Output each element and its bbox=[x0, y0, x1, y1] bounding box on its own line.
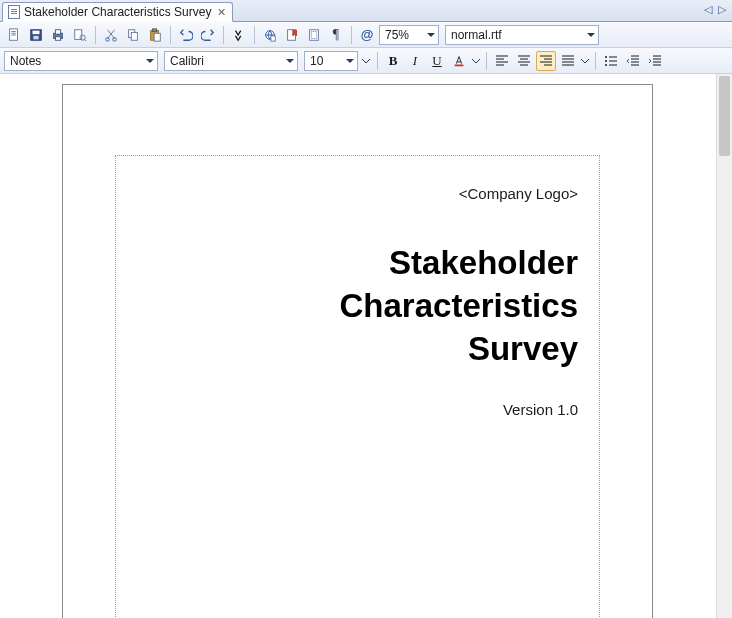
copy-button[interactable] bbox=[123, 25, 143, 45]
svg-point-22 bbox=[605, 56, 607, 58]
print-preview-button[interactable] bbox=[70, 25, 90, 45]
underline-button[interactable]: U bbox=[427, 51, 447, 71]
template-combo[interactable]: normal.rtf bbox=[445, 25, 599, 45]
font-combo[interactable]: Calibri bbox=[164, 51, 298, 71]
svg-point-24 bbox=[605, 64, 607, 66]
cut-button[interactable] bbox=[101, 25, 121, 45]
link-button[interactable] bbox=[260, 25, 280, 45]
increase-indent-button[interactable] bbox=[645, 51, 665, 71]
pilcrow-button[interactable]: ¶ bbox=[326, 25, 346, 45]
save-button[interactable] bbox=[26, 25, 46, 45]
svg-rect-12 bbox=[131, 32, 137, 40]
svg-rect-17 bbox=[271, 35, 275, 40]
svg-rect-5 bbox=[55, 29, 60, 33]
svg-rect-6 bbox=[55, 36, 60, 40]
font-color-button[interactable] bbox=[449, 51, 469, 71]
document-title: Stakeholder Characteristics Survey bbox=[171, 242, 578, 371]
undo-button[interactable] bbox=[176, 25, 196, 45]
svg-rect-3 bbox=[33, 35, 38, 39]
font-value: Calibri bbox=[170, 54, 204, 68]
paragraph-style-combo[interactable]: Notes bbox=[4, 51, 158, 71]
toolbar-format: Notes Calibri 10 B I U bbox=[0, 48, 732, 74]
logo-placeholder: <Company Logo> bbox=[171, 185, 578, 202]
bold-button[interactable]: B bbox=[383, 51, 403, 71]
tab-prev-button[interactable]: ◁ bbox=[704, 3, 712, 16]
font-color-dropdown[interactable] bbox=[471, 51, 481, 71]
bullet-list-button[interactable] bbox=[601, 51, 621, 71]
tab-close-button[interactable]: ✕ bbox=[217, 6, 226, 19]
font-size-dropdown[interactable] bbox=[360, 51, 372, 71]
font-size-combo[interactable]: 10 bbox=[304, 51, 358, 71]
paste-button[interactable] bbox=[145, 25, 165, 45]
align-dropdown[interactable] bbox=[580, 51, 590, 71]
title-line-2: Survey bbox=[468, 330, 578, 367]
svg-point-23 bbox=[605, 60, 607, 62]
svg-rect-21 bbox=[455, 64, 464, 66]
tab-nav: ◁ ▷ bbox=[704, 3, 726, 16]
paragraph-style-value: Notes bbox=[10, 54, 41, 68]
document-page[interactable]: <Company Logo> Stakeholder Characteristi… bbox=[62, 84, 653, 618]
vertical-scrollbar[interactable] bbox=[716, 74, 732, 618]
zoom-value: 75% bbox=[385, 28, 409, 42]
at-button[interactable]: @ bbox=[357, 25, 377, 45]
toolbar-main: ¶ @ 75% normal.rtf bbox=[0, 22, 732, 48]
align-right-button[interactable] bbox=[536, 51, 556, 71]
document-version: Version 1.0 bbox=[171, 401, 578, 418]
redo-button[interactable] bbox=[198, 25, 218, 45]
document-workspace: <Company Logo> Stakeholder Characteristi… bbox=[0, 74, 732, 618]
svg-rect-15 bbox=[154, 33, 160, 41]
zoom-combo[interactable]: 75% bbox=[379, 25, 439, 45]
italic-button[interactable]: I bbox=[405, 51, 425, 71]
print-button[interactable] bbox=[48, 25, 68, 45]
document-content: <Company Logo> Stakeholder Characteristi… bbox=[115, 155, 600, 426]
svg-rect-2 bbox=[33, 30, 40, 34]
tab-next-button[interactable]: ▷ bbox=[718, 3, 726, 16]
bookmark-button[interactable] bbox=[282, 25, 302, 45]
font-size-value: 10 bbox=[310, 54, 323, 68]
tab-title: Stakeholder Characteristics Survey bbox=[24, 5, 211, 19]
scrollbar-thumb[interactable] bbox=[719, 76, 730, 156]
svg-rect-14 bbox=[152, 28, 156, 31]
new-button[interactable] bbox=[4, 25, 24, 45]
align-center-button[interactable] bbox=[514, 51, 534, 71]
align-left-button[interactable] bbox=[492, 51, 512, 71]
document-icon bbox=[8, 5, 20, 19]
decrease-indent-button[interactable] bbox=[623, 51, 643, 71]
title-line-1: Stakeholder Characteristics bbox=[340, 244, 578, 324]
tab-bar: Stakeholder Characteristics Survey ✕ ◁ ▷ bbox=[0, 0, 732, 22]
template-value: normal.rtf bbox=[451, 28, 502, 42]
align-justify-button[interactable] bbox=[558, 51, 578, 71]
svg-rect-7 bbox=[75, 29, 82, 39]
document-tab[interactable]: Stakeholder Characteristics Survey ✕ bbox=[2, 2, 233, 22]
find-button[interactable] bbox=[229, 25, 249, 45]
page-setup-button[interactable] bbox=[304, 25, 324, 45]
